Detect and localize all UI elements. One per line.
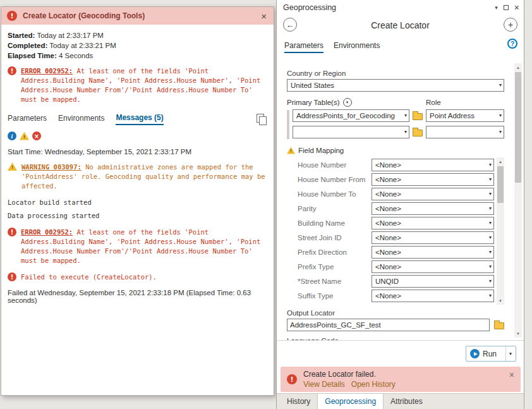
error-icon: ! <box>8 228 16 236</box>
chevron-down-icon[interactable]: ▾ <box>343 98 352 107</box>
browse-folder-icon[interactable] <box>494 322 504 329</box>
run-options-caret-icon[interactable]: ▾ <box>505 346 512 361</box>
completed-value: Today at 2:33:21 PM <box>49 42 116 49</box>
error-code: ERROR 002952: <box>21 67 73 75</box>
scrollbar-thumb[interactable] <box>515 72 521 183</box>
browse-folder-icon[interactable] <box>413 113 423 120</box>
browse-folder-icon[interactable] <box>413 130 423 137</box>
warning-icon: ! <box>287 147 295 154</box>
tool-tabs: Parameters Environments ? <box>277 37 524 53</box>
elapsed-value: 4 Seconds <box>59 52 93 59</box>
view-details-link[interactable]: View Details <box>303 380 345 389</box>
warning-filter-icon[interactable]: ! <box>20 132 29 140</box>
close-icon[interactable]: × <box>260 11 268 21</box>
close-icon[interactable]: × <box>514 3 519 12</box>
pane-menu-icon[interactable]: ▾ <box>495 4 498 11</box>
error-icon: ! <box>8 66 16 75</box>
run-button[interactable]: Run ▾ <box>466 346 516 362</box>
tab-parameters[interactable]: Parameters <box>8 114 47 125</box>
tab-history[interactable]: History <box>280 394 317 409</box>
pane-window-icons: ▾ × <box>495 3 519 12</box>
tab-environments[interactable]: Environments <box>58 114 104 125</box>
scrollbar-thumb[interactable] <box>497 166 504 203</box>
notification-message: Create Locator failed. <box>303 370 376 379</box>
tool-nav: ← Create Locator + <box>277 14 524 37</box>
field-row: House Number To <None> <box>287 186 494 201</box>
completed-label: Completed: <box>8 42 47 49</box>
role-label: Role <box>426 99 504 106</box>
scroll-up-icon[interactable]: ▲ <box>497 157 504 166</box>
parameters-form: Country or Region United States Primary … <box>277 63 516 340</box>
failure-notification: ! Create Locator failed. View Details Op… <box>281 367 521 392</box>
row-grip[interactable] <box>287 110 289 139</box>
parameters-scrollbar[interactable]: ▲ ▼ <box>514 63 522 338</box>
field-row: Prefix Type <None> <box>287 259 494 274</box>
warning-icon: ! <box>8 162 17 171</box>
failed-at-line: Failed at Wednesday, September 15, 2021 … <box>8 289 254 304</box>
field-value-select[interactable]: <None> <box>372 173 494 186</box>
output-locator-input[interactable] <box>287 319 490 331</box>
field-row: Suffix Type <None> <box>287 288 494 303</box>
role-select[interactable] <box>426 126 504 138</box>
field-mapping-list: House Number <None> House Number From <N… <box>287 157 504 305</box>
field-row: Parity <None> <box>287 201 494 216</box>
tool-title: Create Locator <box>277 14 524 37</box>
started-value: Today at 2:33:17 PM <box>37 32 103 39</box>
help-icon[interactable]: ? <box>507 39 517 49</box>
summary-error-message: ! ERROR 002952: At least one of the fiel… <box>8 66 266 104</box>
tab-environments[interactable]: Environments <box>334 41 380 53</box>
close-icon[interactable]: × <box>509 370 514 380</box>
pane-title: Geoprocessing <box>283 3 495 12</box>
tab-attributes[interactable]: Attributes <box>384 394 430 409</box>
add-to-project-icon[interactable]: + <box>504 18 517 32</box>
play-icon <box>470 349 480 358</box>
pane-titlebar: Geoprocessing ▾ × <box>277 0 524 14</box>
dialog-title: Create Locator (Geocoding Tools) <box>23 11 254 20</box>
dialog-header[interactable]: ! Create Locator (Geocoding Tools) × <box>1 7 274 25</box>
started-line: Started: Today at 2:33:17 PM <box>8 32 266 39</box>
warning-message: ! WARNING 003097: No administrative zone… <box>8 162 266 191</box>
field-row: Prefix Direction <None> <box>287 245 494 259</box>
primary-tables-header: Primary Table(s) ▾ Role <box>287 98 504 107</box>
scroll-up-icon[interactable]: ▲ <box>514 63 522 71</box>
elapsed-label: Elapsed Time: <box>8 52 57 59</box>
float-pane-icon[interactable] <box>504 5 509 10</box>
country-select[interactable]: United States <box>287 79 504 92</box>
open-history-link[interactable]: Open History <box>351 380 396 389</box>
tab-messages[interactable]: Messages (5) <box>116 113 163 125</box>
tab-parameters[interactable]: Parameters <box>284 41 323 53</box>
field-value-select[interactable]: <None> <box>372 202 494 215</box>
tool-result-dialog: ! Create Locator (Geocoding Tools) × Sta… <box>1 6 274 396</box>
completed-line: Completed: Today at 2:33:21 PM <box>8 42 266 49</box>
back-icon[interactable]: ← <box>283 18 297 32</box>
dialog-tabs: Parameters Environments Messages (5) <box>8 113 266 125</box>
log-line: Data processing started <box>8 211 266 221</box>
run-row: Run ▾ <box>277 340 524 365</box>
error-filter-icon[interactable]: × <box>32 131 41 140</box>
field-row: House Number From <None> <box>287 172 494 186</box>
scroll-down-icon[interactable]: ▼ <box>497 296 504 305</box>
error-icon: ! <box>7 11 17 21</box>
dialog-body: Started: Today at 2:33:17 PM Completed: … <box>1 25 274 304</box>
info-filter-icon[interactable]: i <box>8 131 16 140</box>
field-value-select[interactable]: <None> <box>372 260 494 273</box>
country-value: United States <box>291 82 334 89</box>
field-value-select[interactable]: <None> <box>372 217 494 229</box>
scroll-down-icon[interactable]: ▼ <box>514 329 522 338</box>
role-select[interactable]: Point Address <box>426 109 504 122</box>
log-line: Locator build started <box>8 198 266 207</box>
error-code: ERROR 002952: <box>21 228 73 236</box>
field-value-select[interactable]: <None> <box>372 159 494 171</box>
field-value-select[interactable]: <None> <box>372 246 494 259</box>
table-select[interactable] <box>293 126 409 138</box>
copy-messages-icon[interactable] <box>257 114 266 125</box>
field-value-select[interactable]: UNQID <box>372 275 494 288</box>
start-time-line: Start Time: Wednesday, September 15, 202… <box>8 148 266 156</box>
table-select[interactable]: AddressPoints_for_Geocoding <box>293 109 409 122</box>
field-row: Building Name <None> <box>287 216 494 230</box>
field-value-select[interactable]: <None> <box>372 231 494 244</box>
field-value-select[interactable]: <None> <box>372 290 494 302</box>
tab-geoprocessing[interactable]: Geoprocessing <box>317 394 384 409</box>
field-value-select[interactable]: <None> <box>372 188 494 200</box>
field-mapping-scrollbar[interactable]: ▲ ▼ <box>497 157 504 305</box>
